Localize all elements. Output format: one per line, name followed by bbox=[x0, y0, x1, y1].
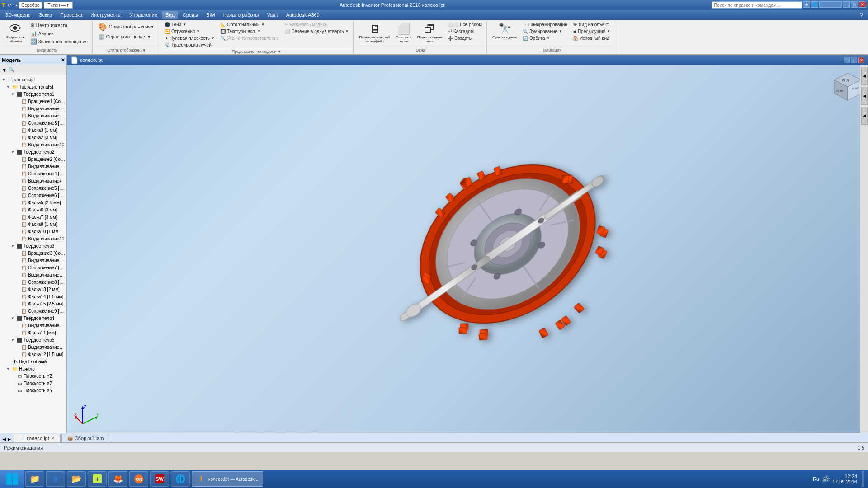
tree-item[interactable]: 📋Вращение2 [Со3б... bbox=[1, 155, 66, 163]
tree-item[interactable]: 📋Сопряжение6 [5 м... bbox=[1, 192, 66, 199]
menu-bim[interactable]: BIM bbox=[203, 11, 219, 19]
tree-item[interactable]: 📋Выдавливание4 bbox=[1, 177, 66, 184]
view-object-btn[interactable]: 👁Вид на объект bbox=[571, 22, 612, 28]
tree-item[interactable]: 📋Вращение1 [Со3б... bbox=[1, 98, 66, 105]
tree-item[interactable]: 📋Фаска8 [1 мм] bbox=[1, 221, 66, 228]
shadows-btn[interactable]: 🌑Тени▼ bbox=[163, 22, 217, 28]
taskbar-item-inventor[interactable]: I колесо.ipt — Autodesk... bbox=[192, 471, 263, 487]
filter-icon[interactable]: ▼ bbox=[2, 67, 7, 73]
tree-item[interactable]: 📋Выдавливание3 [1... bbox=[1, 163, 66, 170]
menu-a360[interactable]: Autodesk A360 bbox=[283, 11, 323, 19]
taskbar-speaker[interactable]: 🔊 bbox=[822, 475, 830, 483]
orbit-btn[interactable]: 🔄Орбита▼ bbox=[521, 35, 569, 41]
tree-item[interactable]: 📋Фаска10 [1 мм] bbox=[1, 228, 66, 235]
tree-item[interactable]: ▭Плоскость XY bbox=[1, 387, 66, 394]
tree-item[interactable]: 📋Фаска13 [2 мм] bbox=[1, 286, 66, 293]
tree-item[interactable]: 📋Сопряжение3 [2 м... bbox=[1, 119, 66, 127]
center-gravity-btn[interactable]: ⊕Центр тяжести bbox=[28, 22, 90, 29]
clear-screen-btn[interactable]: ⬜ Очиститьэкран bbox=[394, 22, 414, 44]
online-btn[interactable]: 🌐 bbox=[811, 1, 818, 8]
tree-item[interactable]: 👁Вид Глобный bbox=[1, 358, 66, 365]
quick-access-undo[interactable]: ↩ bbox=[7, 2, 11, 8]
display-style-btn[interactable]: 🎨 Стиль отображения ▼ bbox=[96, 22, 156, 32]
taskbar-item-5[interactable]: 🦊 bbox=[108, 471, 127, 487]
tree-item[interactable]: 📋Выдавливание7 [1... bbox=[1, 322, 66, 329]
tabs-nav-right[interactable]: ▶ bbox=[7, 436, 12, 442]
taskbar-item-6[interactable]: ок bbox=[129, 471, 148, 487]
right-btn-2[interactable]: ◀ bbox=[861, 87, 868, 105]
tree-item[interactable]: 📋Выдавливание8 [1... bbox=[1, 271, 66, 278]
textures-btn[interactable]: 🔲Текстуры вкл.▼ bbox=[218, 28, 281, 34]
tree-item[interactable]: ▼📄колесо.ipt bbox=[1, 76, 66, 83]
quarter-section-btn[interactable]: ⬜Сечение в одну четверть▼ bbox=[283, 28, 350, 34]
minimize-btn[interactable]: — bbox=[843, 1, 850, 8]
menu-3d[interactable]: 3D-модель bbox=[2, 11, 34, 19]
tabs-nav-left[interactable]: ◀ bbox=[2, 436, 7, 442]
viewport[interactable]: 📄 колесо.ipt — □ ✕ ВИД ЛЕВО СПЕР bbox=[67, 55, 868, 433]
search-input[interactable] bbox=[712, 2, 802, 8]
tree-item[interactable]: ▭Плоскость YZ bbox=[1, 372, 66, 380]
user-interface-btn[interactable]: 🖥 Пользовательскийинтерфейс bbox=[357, 22, 392, 44]
vp-close-btn[interactable]: ✕ bbox=[858, 57, 864, 63]
null-plane-btn[interactable]: ✈Нулевая плоскость▼ bbox=[163, 35, 217, 41]
visibility-object-btn[interactable]: 👁 Видимостьобъекта bbox=[5, 22, 27, 44]
tree-item[interactable]: 📋Выдавливание1 [1... bbox=[1, 105, 66, 112]
taskbar-item-8[interactable]: 🌐 bbox=[171, 471, 190, 487]
tree-item[interactable]: 📋Фаска11 [мм] bbox=[1, 329, 66, 336]
taskbar-item-3[interactable]: 📂 bbox=[67, 471, 86, 487]
tree-item[interactable]: 📋Сопряжение4 [2 м... bbox=[1, 170, 66, 177]
grey-room-btn[interactable]: 🏢 Серое помещение ▼ bbox=[96, 33, 156, 40]
taskbar-item-7[interactable]: SW bbox=[150, 471, 169, 487]
menu-environments[interactable]: Среды bbox=[179, 11, 202, 19]
tab-koleso[interactable]: 📄 колесо.ipt ✕ bbox=[14, 434, 61, 442]
tree-item[interactable]: 📋Сопряжение5 [5 м... bbox=[1, 184, 66, 192]
close-btn[interactable]: ✕ bbox=[859, 1, 866, 8]
search-icon[interactable]: 🔍 bbox=[9, 67, 15, 73]
start-button[interactable] bbox=[0, 470, 24, 488]
tree-item[interactable]: 📋Сопряжение8 [1.5... bbox=[1, 278, 66, 286]
right-btn-1[interactable]: ◀ bbox=[861, 67, 868, 85]
search-box[interactable] bbox=[712, 1, 802, 9]
auto-align-btn[interactable]: 🔤Знаки автосовмещения bbox=[28, 38, 90, 45]
menu-view[interactable]: Вид bbox=[162, 11, 178, 19]
menu-vault[interactable]: Vault bbox=[263, 11, 281, 19]
refine-rep-btn[interactable]: 🔍Уточнить представление bbox=[218, 35, 281, 41]
quick-access-redo[interactable]: ↪ bbox=[13, 2, 17, 8]
tree-item[interactable]: 📋Фаска7 [3 мм] bbox=[1, 213, 66, 221]
ray-trace-btn[interactable]: 📡Трассировка лучей bbox=[163, 42, 217, 48]
reflections-btn[interactable]: 🔁Отражения▼ bbox=[163, 28, 217, 34]
maximize-btn[interactable]: □ bbox=[851, 1, 858, 8]
supersteeringwheel-btn[interactable]: 🔭 Суперштурвал bbox=[491, 22, 519, 41]
tree-item[interactable]: ▼📁Начало bbox=[1, 365, 66, 372]
tree-item[interactable]: 📋Выдавливание9 [1... bbox=[1, 343, 66, 351]
tree-item[interactable]: ▼⬛Твёрдое тело1 bbox=[1, 90, 66, 98]
help-btn[interactable]: ? bbox=[857, 11, 866, 19]
previous-view-btn[interactable]: ◀Предыдущий▼ bbox=[571, 28, 612, 34]
tab-close-1[interactable]: ✕ bbox=[51, 436, 55, 441]
zoom-btn[interactable]: 🔍Зумирование▼ bbox=[521, 28, 569, 34]
show-desktop-btn[interactable] bbox=[862, 471, 864, 487]
tree-item[interactable]: 📋Вращение3 [Со3б... bbox=[1, 249, 66, 257]
tree-item[interactable]: 📋Выдавливание6 [1... bbox=[1, 257, 66, 264]
switch-window-btn[interactable]: 🗗 Переключениеокна bbox=[415, 22, 444, 44]
taskbar-item-2[interactable]: e bbox=[46, 471, 65, 487]
nav-cube[interactable]: ВИД ЛЕВО СПЕР bbox=[827, 69, 863, 105]
login-btn[interactable]: — bbox=[819, 1, 842, 8]
menu-sketch[interactable]: Эскиз bbox=[35, 11, 55, 19]
favorites-btn[interactable]: ★ bbox=[803, 1, 810, 8]
tree-item[interactable]: 📋Выдавливание11 bbox=[1, 235, 66, 242]
tree-item[interactable]: 📋Фаска5 [2.5 мм] bbox=[1, 199, 66, 206]
cut-model-btn[interactable]: ✂Разрезать модель bbox=[283, 22, 350, 28]
home-view-btn[interactable]: 🏠Исходный вид bbox=[571, 35, 612, 41]
taskbar-lang[interactable]: Ru bbox=[813, 476, 819, 482]
tree-item[interactable]: 📋Сопряжение7 [2 м... bbox=[1, 264, 66, 271]
tree-item[interactable]: ▼⬛Твёрдое тело4 bbox=[1, 314, 66, 322]
all-nearby-btn[interactable]: ⬜⬜Все рядом bbox=[446, 22, 484, 28]
tree-item[interactable]: ▼📁Твёрдые тела[5] bbox=[1, 83, 66, 90]
taskbar-item-1[interactable]: 📁 bbox=[25, 471, 44, 487]
tree-item[interactable]: 📋Фаска3 [1 мм] bbox=[1, 127, 66, 134]
menu-check[interactable]: Проверка bbox=[57, 11, 86, 19]
cascade-btn[interactable]: 🗗Каскадом bbox=[446, 28, 484, 34]
vp-maximize-btn[interactable]: □ bbox=[851, 57, 857, 63]
tree-item[interactable]: 📋Фаска6 [3 мм] bbox=[1, 206, 66, 213]
